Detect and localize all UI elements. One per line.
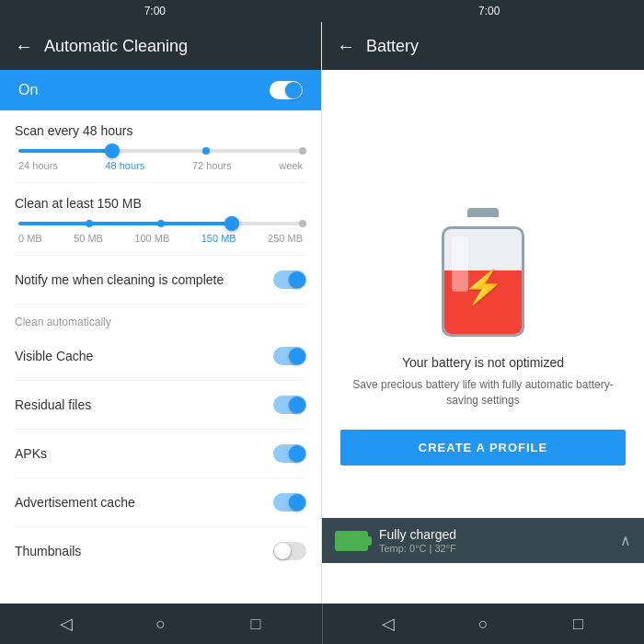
clean-size-slider[interactable]: 0 MB 50 MB 100 MB 150 MB 250 MB	[15, 222, 306, 244]
battery-lightning-icon: ⚡	[463, 268, 504, 306]
battery-header: ← Battery	[322, 22, 644, 70]
right-panel: ← Battery ⚡ Your battery is not optimize…	[322, 22, 644, 604]
thumbnails-knob	[274, 543, 291, 559]
scan-dot-week	[299, 147, 306, 155]
left-panel-title: Automatic Cleaning	[44, 37, 188, 56]
create-profile-button[interactable]: CREATE A PROFILE	[340, 430, 626, 466]
clean-auto-label: Clean automatically	[0, 305, 321, 332]
nav-back-right[interactable]: ◁	[374, 610, 402, 638]
left-panel-header: ← Automatic Cleaning	[0, 22, 321, 70]
scan-label-48: 48 hours	[105, 160, 144, 171]
auto-clean-toggle-label: On	[18, 82, 38, 98]
clean-size-group: Clean at least 150 MB 0 MB	[0, 183, 321, 255]
clean-size-title: Clean at least 150 MB	[15, 196, 306, 211]
clean-thumb[interactable]	[224, 216, 239, 231]
battery-leg-left	[459, 334, 472, 337]
visible-cache-toggle[interactable]	[273, 347, 306, 365]
clean-labels: 0 MB 50 MB 100 MB 150 MB 250 MB	[18, 233, 303, 244]
charged-title: Fully charged	[379, 527, 609, 542]
battery-tip	[467, 208, 499, 217]
apks-row: APKs	[0, 430, 321, 477]
toggle-knob	[285, 82, 302, 98]
scan-labels: 24 hours 48 hours 72 hours week	[18, 160, 303, 171]
battery-submessage: Save precious battery life with fully au…	[340, 377, 626, 408]
nav-recents-left[interactable]: □	[242, 610, 270, 638]
notify-row: Notify me when cleaning is complete	[0, 256, 321, 304]
thumbnails-toggle[interactable]	[273, 542, 306, 560]
battery-panel-title: Battery	[366, 37, 419, 56]
nav-recents-right[interactable]: □	[564, 610, 592, 638]
scan-frequency-group: Scan every 48 hours 24 hours 4	[0, 110, 321, 182]
battery-message: Your battery is not optimized	[402, 355, 564, 370]
thumbnails-label: Thumbnails	[15, 544, 81, 558]
chevron-up-icon: ∧	[620, 532, 631, 549]
left-panel: ← Automatic Cleaning On Scan every 48 ho…	[0, 22, 322, 604]
residual-files-toggle[interactable]	[273, 396, 306, 414]
battery-body: ⚡	[442, 226, 524, 337]
scan-thumb[interactable]	[105, 144, 120, 158]
status-bar: 7:00 7:00	[0, 0, 644, 22]
charged-battery-tip	[368, 536, 372, 546]
battery-illustration: ⚡	[432, 208, 534, 337]
clean-dot-50	[86, 220, 93, 227]
thumbnails-row: Thumbnails	[0, 527, 321, 575]
nav-back-left[interactable]: ◁	[52, 610, 80, 638]
scan-fill	[18, 149, 112, 153]
ad-cache-knob	[289, 494, 305, 511]
clean-label-250: 250 MB	[268, 233, 303, 244]
left-back-button[interactable]: ←	[15, 36, 33, 57]
apks-knob	[289, 445, 305, 462]
visible-cache-row: Visible Cache	[0, 332, 321, 380]
charged-battery-icon	[335, 531, 368, 551]
charged-notification[interactable]: Fully charged Temp: 0°C | 32°F ∧	[322, 518, 644, 563]
residual-files-row: Residual files	[0, 381, 321, 429]
clean-fill	[18, 222, 232, 225]
visible-cache-label: Visible Cache	[15, 349, 93, 363]
ad-cache-toggle[interactable]	[273, 493, 306, 512]
charged-temp: Temp: 0°C | 32°F	[379, 543, 609, 554]
battery-arm-right	[522, 257, 524, 266]
scan-label-72: 72 hours	[192, 160, 232, 171]
notify-toggle-knob	[289, 271, 305, 288]
clean-size-track	[18, 222, 303, 225]
clean-label-150: 150 MB	[201, 233, 236, 244]
nav-section-right: ◁ ○ □	[323, 604, 645, 644]
status-time-left: 7:00	[144, 5, 166, 17]
auto-clean-toggle-section: On	[0, 70, 321, 110]
battery-leg-right	[494, 334, 507, 337]
clean-label-100: 100 MB	[134, 233, 169, 244]
main-area: ← Automatic Cleaning On Scan every 48 ho…	[0, 22, 644, 604]
scan-frequency-title: Scan every 48 hours	[15, 123, 306, 138]
scan-dot-72	[202, 147, 210, 155]
clean-label-50: 50 MB	[74, 233, 103, 244]
nav-home-left[interactable]: ○	[147, 610, 175, 638]
clean-dot-250	[299, 220, 306, 227]
residual-files-label: Residual files	[15, 397, 91, 412]
clean-label-0: 0 MB	[18, 233, 42, 244]
auto-clean-toggle[interactable]	[270, 81, 303, 99]
visible-cache-knob	[289, 348, 305, 364]
residual-files-knob	[289, 397, 305, 413]
scan-label-24: 24 hours	[18, 160, 58, 171]
ad-cache-label: Advertisement cache	[15, 495, 135, 510]
notify-label: Notify me when cleaning is complete	[15, 272, 224, 287]
battery-arm-left	[442, 257, 444, 266]
scan-frequency-slider[interactable]: 24 hours 48 hours 72 hours week	[15, 149, 306, 171]
clean-dot-100	[157, 220, 165, 227]
charged-text: Fully charged Temp: 0°C | 32°F	[379, 527, 609, 554]
battery-back-button[interactable]: ←	[337, 36, 355, 57]
nav-bar: ◁ ○ □ ◁ ○ □	[0, 604, 644, 644]
nav-home-right[interactable]: ○	[469, 610, 497, 638]
status-time-right: 7:00	[478, 5, 500, 17]
nav-section-left: ◁ ○ □	[0, 604, 322, 644]
scan-frequency-track	[18, 149, 303, 153]
apks-label: APKs	[15, 446, 47, 461]
apks-toggle[interactable]	[273, 444, 306, 463]
ad-cache-row: Advertisement cache	[0, 478, 321, 526]
notify-toggle[interactable]	[273, 270, 306, 289]
scan-label-week: week	[279, 160, 303, 171]
settings-content: Scan every 48 hours 24 hours 4	[0, 110, 321, 604]
